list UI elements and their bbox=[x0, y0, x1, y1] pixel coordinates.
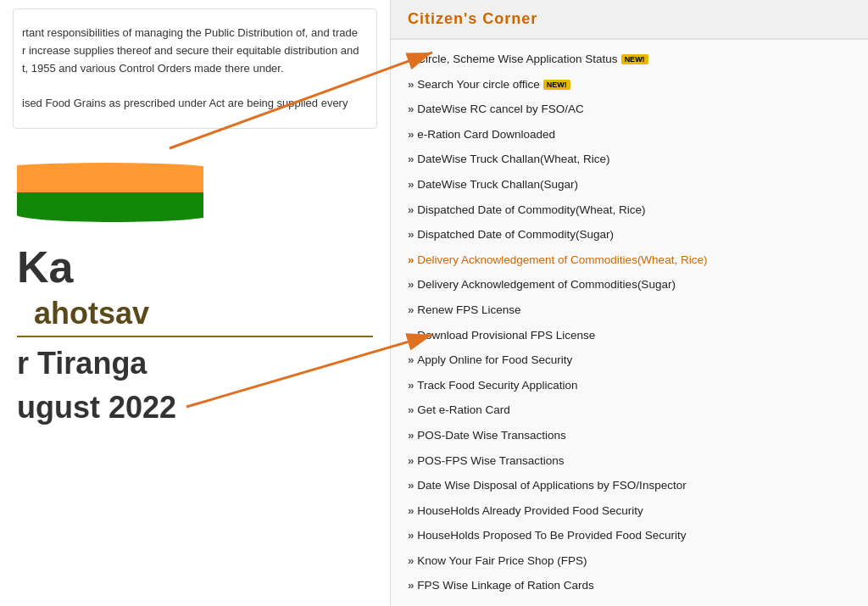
menu-item-21[interactable]: FPS Wise Linkage of Ration Cards bbox=[391, 573, 868, 598]
menu-item-18[interactable]: HouseHolds Already Provided Food Securit… bbox=[391, 498, 868, 524]
menu-item-15[interactable]: POS-Date Wise Transactions bbox=[391, 423, 868, 448]
menu-item-14[interactable]: Get e-Ration Card bbox=[391, 398, 868, 423]
citizens-corner-menu: Circle, Scheme Wise Application StatusNE… bbox=[391, 40, 868, 606]
heading-tiranga: r Tiranga bbox=[0, 342, 390, 386]
menu-item-label-16: POS-FPS Wise Transactions bbox=[417, 454, 564, 467]
menu-item-label-10: Renew FPS License bbox=[417, 303, 520, 316]
badge-new-1: NEW! bbox=[543, 80, 570, 90]
menu-item-label-18: HouseHolds Already Provided Food Securit… bbox=[417, 504, 643, 517]
menu-item-6[interactable]: Dispatched Date of Commodity(Wheat, Rice… bbox=[391, 197, 868, 223]
desc-line4: ised Food Grains as prescribed under Act… bbox=[22, 95, 359, 113]
menu-item-label-6: Dispatched Date of Commodity(Wheat, Rice… bbox=[417, 203, 645, 216]
menu-item-16[interactable]: POS-FPS Wise Transactions bbox=[391, 448, 868, 474]
menu-item-17[interactable]: Date Wise Disposal of Applications by FS… bbox=[391, 473, 868, 498]
menu-item-label-2: DateWise RC cancel by FSO/AC bbox=[417, 103, 584, 115]
menu-item-8[interactable]: Delivery Acknowledgement of Commodities(… bbox=[391, 247, 868, 273]
menu-item-label-0: Circle, Scheme Wise Application Status bbox=[417, 53, 617, 65]
menu-item-label-15: POS-Date Wise Transactions bbox=[417, 429, 566, 442]
heading-ka: Ka bbox=[0, 231, 390, 296]
menu-item-label-21: FPS Wise Linkage of Ration Cards bbox=[417, 579, 594, 592]
tiranga-flag bbox=[17, 163, 203, 222]
flag-orange-stripe bbox=[17, 163, 203, 192]
description-text-block: rtant responsibilities of managing the P… bbox=[13, 8, 377, 129]
menu-item-13[interactable]: Track Food Security Application bbox=[391, 373, 868, 398]
logo-area bbox=[0, 137, 390, 231]
desc-line1: rtant responsibilities of managing the P… bbox=[22, 25, 359, 42]
heading-year: ugust 2022 bbox=[0, 386, 390, 430]
menu-item-label-20: Know Your Fair Price Shop (FPS) bbox=[417, 554, 587, 567]
menu-item-label-9: Delivery Acknowledgement of Commodities(… bbox=[417, 278, 676, 291]
menu-item-4[interactable]: DateWise Truck Challan(Wheat, Rice) bbox=[391, 147, 868, 172]
menu-item-19[interactable]: HouseHolds Proposed To Be Provided Food … bbox=[391, 523, 868, 548]
menu-item-20[interactable]: Know Your Fair Price Shop (FPS) bbox=[391, 548, 868, 574]
citizens-corner-header: Citizen's Corner bbox=[391, 0, 868, 40]
menu-item-label-8: Delivery Acknowledgement of Commodities(… bbox=[417, 253, 707, 266]
menu-item-7[interactable]: Dispatched Date of Commodity(Sugar) bbox=[391, 222, 868, 247]
menu-item-5[interactable]: DateWise Truck Challan(Sugar) bbox=[391, 172, 868, 197]
menu-item-label-12: Apply Online for Food Security bbox=[417, 353, 572, 366]
desc-line3: t, 1955 and various Control Orders made … bbox=[22, 60, 359, 78]
menu-item-label-4: DateWise Truck Challan(Wheat, Rice) bbox=[417, 153, 609, 165]
menu-item-1[interactable]: Search Your circle officeNEW! bbox=[391, 72, 868, 97]
heading-ahotsav: ahotsav bbox=[17, 296, 373, 337]
flag-green-stripe bbox=[17, 192, 203, 222]
menu-item-label-7: Dispatched Date of Commodity(Sugar) bbox=[417, 228, 614, 241]
menu-item-label-19: HouseHolds Proposed To Be Provided Food … bbox=[417, 529, 686, 542]
right-panel: Citizen's Corner Circle, Scheme Wise App… bbox=[390, 0, 868, 606]
menu-item-9[interactable]: Delivery Acknowledgement of Commodities(… bbox=[391, 272, 868, 297]
menu-item-0[interactable]: Circle, Scheme Wise Application StatusNE… bbox=[391, 47, 868, 72]
menu-item-label-13: Track Food Security Application bbox=[417, 379, 577, 392]
desc-line2: r increase supplies thereof and secure t… bbox=[22, 42, 359, 60]
menu-item-label-3: e-Ration Card Downloaded bbox=[417, 128, 555, 141]
menu-item-label-11: Download Provisional FPS License bbox=[417, 329, 595, 342]
left-panel: rtant responsibilities of managing the P… bbox=[0, 0, 390, 606]
menu-item-label-1: Search Your circle office bbox=[417, 78, 540, 91]
menu-item-11[interactable]: Download Provisional FPS License bbox=[391, 323, 868, 348]
menu-item-2[interactable]: DateWise RC cancel by FSO/AC bbox=[391, 97, 868, 122]
menu-item-label-5: DateWise Truck Challan(Sugar) bbox=[417, 178, 578, 191]
menu-item-10[interactable]: Renew FPS License bbox=[391, 297, 868, 323]
menu-item-3[interactable]: e-Ration Card Downloaded bbox=[391, 122, 868, 147]
badge-new-0: NEW! bbox=[621, 54, 648, 64]
citizens-corner-title: Citizen's Corner bbox=[408, 10, 851, 28]
menu-item-label-14: Get e-Ration Card bbox=[417, 403, 510, 416]
menu-item-22[interactable]: Ration Lifting Status bbox=[391, 598, 868, 606]
menu-item-label-17: Date Wise Disposal of Applications by FS… bbox=[417, 479, 686, 492]
menu-item-12[interactable]: Apply Online for Food Security bbox=[391, 347, 868, 373]
